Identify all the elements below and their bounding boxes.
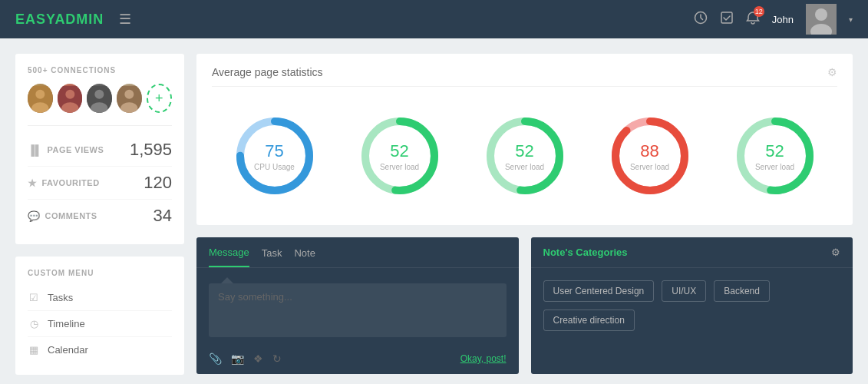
- notes-body: User Centered DesignUI/UXBackendCreative…: [531, 268, 853, 343]
- message-card: Message Task Note Say something... 📎 📷 ❖: [196, 237, 519, 374]
- tasks-icon[interactable]: [720, 11, 734, 28]
- hamburger-menu[interactable]: ☰: [119, 11, 131, 28]
- stats-title: Average page statistics: [212, 66, 323, 78]
- notification-badge: 12: [754, 6, 764, 17]
- calendar-menu-label: Calendar: [48, 344, 88, 356]
- svg-point-12: [95, 90, 104, 99]
- avatar-1[interactable]: [28, 84, 53, 113]
- gauge-svg-load4: [729, 110, 821, 202]
- header-left: EASYADMIN ☰: [15, 11, 131, 28]
- grid-icon[interactable]: ❖: [253, 353, 263, 365]
- svg-rect-1: [721, 12, 732, 23]
- svg-point-6: [35, 90, 45, 99]
- header-right: 12 John ▾: [694, 4, 853, 35]
- bar-chart-icon: ▐▌: [28, 144, 42, 156]
- timeline-menu-label: Timeline: [48, 318, 85, 329]
- gauge-svg-load3: [604, 110, 696, 202]
- star-icon: ★: [28, 177, 38, 189]
- camera-icon[interactable]: 📷: [231, 353, 244, 365]
- logo-admin: ADMIN: [54, 12, 104, 27]
- sidebar: 500+ CONNECTIONS + ▐▌: [15, 54, 184, 384]
- gauge-svg-load2: [479, 110, 571, 202]
- logo-easy: EASY: [15, 12, 54, 27]
- pageviews-label: PAGE VIEWS: [47, 145, 104, 154]
- comment-icon: 💬: [28, 210, 41, 222]
- note-tag-2[interactable]: Backend: [714, 280, 770, 302]
- gauge-svg-load1: [354, 110, 446, 202]
- note-tag-3[interactable]: Creative direction: [543, 310, 635, 331]
- pageviews-stat: ▐▌ PAGE VIEWS 1,595: [28, 134, 172, 167]
- pageviews-value: 1,595: [130, 140, 172, 160]
- svg-point-24: [616, 121, 685, 190]
- gauge-load4: 52 Server load: [729, 110, 821, 202]
- header: EASYADMIN ☰ 12 John ▾: [0, 0, 868, 38]
- message-placeholder: Say something...: [218, 291, 292, 303]
- stats-card: Average page statistics ⚙ 75 CPU Usage 5…: [196, 54, 853, 225]
- gauge-cpu: 75 CPU Usage: [229, 110, 321, 202]
- favourited-value: 120: [144, 173, 172, 193]
- username-label[interactable]: John: [772, 14, 794, 25]
- favourited-stat: ★ FAVOURITED 120: [28, 167, 172, 200]
- comments-stat: 💬 COMMENTS 34: [28, 200, 172, 232]
- okay-post-button[interactable]: Okay, post!: [460, 353, 507, 364]
- message-input-area[interactable]: Say something...: [209, 283, 507, 337]
- notes-card: Note's Categories ⚙ User Centered Design…: [531, 237, 853, 374]
- stats-header: Average page statistics ⚙: [212, 66, 837, 78]
- tab-message[interactable]: Message: [209, 247, 249, 267]
- calendar-menu-icon: ▦: [28, 344, 40, 356]
- connections-label: 500+ CONNECTIONS: [28, 66, 172, 74]
- attach-icon[interactable]: 📎: [209, 353, 222, 365]
- dropdown-arrow-icon[interactable]: ▾: [849, 15, 853, 24]
- tasks-menu-icon: ☑: [28, 292, 40, 303]
- logo: EASYADMIN: [15, 12, 104, 28]
- add-connection-button[interactable]: +: [147, 84, 172, 113]
- timeline-menu-icon: ◷: [28, 318, 40, 329]
- avatar-4[interactable]: [117, 84, 142, 113]
- custom-menu-card: CUSTOM MENU ☑ Tasks ◷ Timeline ▦ Calenda…: [15, 257, 184, 375]
- notes-gear-icon[interactable]: ⚙: [831, 247, 840, 258]
- content-area: Average page statistics ⚙ 75 CPU Usage 5…: [196, 54, 853, 384]
- user-avatar[interactable]: [806, 4, 837, 35]
- tasks-menu-label: Tasks: [48, 292, 73, 303]
- gauge-load3: 88 Server load: [604, 110, 696, 202]
- favourited-label: FAVOURITED: [42, 178, 100, 187]
- tab-note[interactable]: Note: [294, 247, 315, 266]
- gauge-load2: 52 Server load: [479, 110, 571, 202]
- main-content: 500+ CONNECTIONS + ▐▌: [0, 38, 868, 384]
- gauge-svg-cpu: [229, 110, 321, 202]
- custom-menu-label: CUSTOM MENU: [28, 269, 172, 277]
- message-arrow: [221, 277, 233, 283]
- message-footer: 📎 📷 ❖ ↻ Okay, post!: [196, 346, 519, 374]
- tab-task[interactable]: Task: [262, 247, 282, 266]
- clock-icon[interactable]: [694, 11, 708, 28]
- note-tag-0[interactable]: User Centered Design: [543, 280, 655, 302]
- gauge-load1: 52 Server load: [354, 110, 446, 202]
- gauges-row: 75 CPU Usage 52 Server load 52 Server lo…: [212, 102, 837, 210]
- avatar-2[interactable]: [58, 84, 83, 113]
- connections-card: 500+ CONNECTIONS + ▐▌: [15, 54, 184, 244]
- message-actions: 📎 📷 ❖ ↻: [209, 353, 282, 365]
- message-body: Say something...: [196, 268, 519, 346]
- note-tag-1[interactable]: UI/UX: [662, 280, 706, 302]
- comments-label: COMMENTS: [45, 211, 97, 220]
- refresh-icon[interactable]: ↻: [272, 353, 282, 365]
- avatar-group: +: [28, 84, 172, 113]
- svg-point-3: [815, 8, 827, 21]
- svg-point-9: [65, 90, 74, 99]
- menu-item-timeline[interactable]: ◷ Timeline: [28, 311, 172, 337]
- notifications-icon[interactable]: 12: [746, 11, 760, 28]
- menu-item-calendar[interactable]: ▦ Calendar: [28, 337, 172, 362]
- bottom-row: Message Task Note Say something... 📎 📷 ❖: [196, 237, 853, 374]
- avatar-3[interactable]: [87, 84, 112, 113]
- notes-header: Note's Categories ⚙: [531, 237, 853, 268]
- svg-point-15: [124, 90, 134, 99]
- stats-gear-icon[interactable]: ⚙: [827, 66, 837, 78]
- menu-item-tasks[interactable]: ☑ Tasks: [28, 285, 172, 311]
- comments-value: 34: [153, 206, 172, 226]
- notes-title: Note's Categories: [543, 247, 628, 258]
- message-tabs: Message Task Note: [196, 237, 519, 268]
